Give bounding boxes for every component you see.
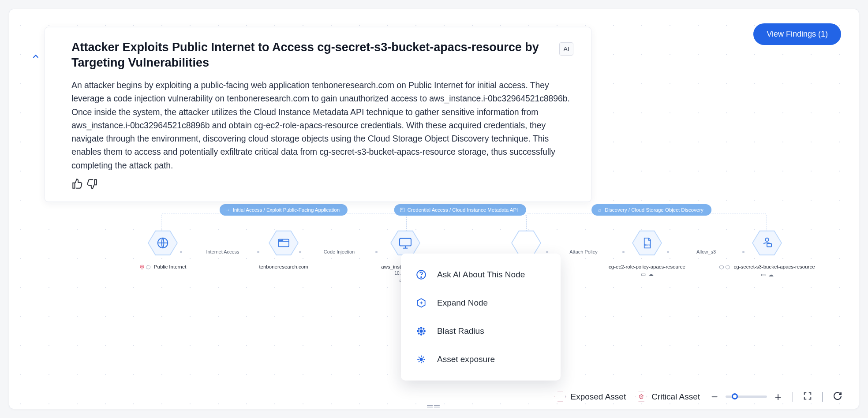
key-icon: ⚿ (400, 207, 405, 213)
hex-plus-icon (415, 297, 427, 309)
hex-exposed-icon (554, 392, 566, 402)
svg-point-24 (423, 333, 424, 334)
exposure-icon (415, 353, 427, 366)
svg-point-16 (420, 330, 422, 332)
edge-label: Internet Access (203, 249, 242, 254)
view-findings-button[interactable]: View Findings (1) (753, 23, 841, 45)
node-role[interactable] (486, 230, 566, 256)
ctx-label: Blast Radius (437, 326, 484, 336)
svg-point-21 (418, 328, 419, 329)
card-body: An attacker begins by exploiting a publi… (71, 78, 573, 172)
summary-card: Attacker Exploits Public Internet to Acc… (45, 27, 591, 202)
globe-icon (156, 236, 169, 250)
node-webapp[interactable]: tenboneresearch.com (244, 230, 323, 269)
fullscreen-button[interactable] (803, 391, 812, 402)
edge-label: Attach Policy (567, 249, 600, 254)
user-bucket-icon (760, 236, 774, 250)
svg-point-19 (421, 327, 422, 328)
hex-mini-icon (725, 265, 730, 270)
thumbs-down-icon[interactable] (86, 178, 98, 191)
edge-label: Allow_s3 (694, 249, 718, 254)
svg-point-1 (141, 266, 142, 267)
svg-text:aws: aws (644, 243, 650, 246)
svg-point-18 (424, 331, 425, 332)
arrow-in-icon: → (225, 207, 230, 213)
bracket-2 (406, 213, 526, 231)
bracket-1 (161, 213, 406, 231)
tactic-pill-initial-access[interactable]: → Initial Access / Exploit Public-Facing… (220, 204, 348, 216)
svg-point-25 (420, 358, 422, 360)
ctx-ask-ai[interactable]: Ask AI About This Node (401, 261, 561, 289)
ctx-label: Expand Node (437, 298, 488, 308)
svg-point-9 (765, 238, 769, 242)
ctx-blast-radius[interactable]: Blast Radius (401, 317, 561, 345)
svg-marker-2 (146, 265, 150, 269)
tactic-pill-discovery[interactable]: ⌕ Discovery / Cloud Storage Object Disco… (591, 204, 711, 216)
pill-label: Initial Access / Exploit Public-Facing A… (233, 207, 340, 213)
bracket-3 (526, 213, 767, 231)
divider (822, 392, 823, 402)
svg-point-5 (281, 240, 281, 240)
thumbs-up-icon[interactable] (71, 178, 83, 191)
diagram-footer: Exposed Asset Critical Asset − + (554, 391, 843, 403)
svg-rect-10 (767, 243, 771, 247)
blast-radius-icon (415, 325, 427, 337)
question-circle-icon (415, 269, 427, 281)
svg-point-4 (280, 240, 280, 240)
node-public-internet[interactable]: Public Internet (123, 230, 202, 270)
svg-point-20 (421, 334, 422, 335)
svg-point-23 (418, 333, 419, 334)
node-mini-icons: ▭☁ (761, 272, 774, 278)
legend-critical: Critical Asset (636, 392, 700, 402)
svg-point-17 (417, 331, 419, 332)
card-title: Attacker Exploits Public Internet to Acc… (71, 40, 550, 71)
svg-point-14 (421, 277, 422, 278)
node-policy[interactable]: aws cg-ec2-role-policy-apacs-resource ▭☁ (607, 230, 687, 277)
ai-badge: AI (559, 42, 573, 56)
zoom-in-button[interactable]: + (773, 391, 783, 403)
ctx-expand-node[interactable]: Expand Node (401, 289, 561, 317)
legend-exposed: Exposed Asset (554, 392, 626, 402)
node-s3-bucket[interactable]: cg-secret-s3-bucket-apacs-resource ▭☁ (727, 230, 807, 278)
hex-critical-icon (636, 392, 647, 402)
aws-file-icon: aws (640, 236, 654, 250)
tactic-pill-credential-access[interactable]: ⚿ Credential Access / Cloud Instance Met… (394, 204, 526, 216)
node-context-menu: Ask AI About This Node Expand Node Blast… (401, 254, 561, 381)
edge-label: Code Injection (321, 249, 357, 254)
node-mini-icons: ▭☁ (641, 271, 654, 277)
zoom-thumb[interactable] (732, 393, 738, 399)
svg-point-22 (423, 328, 424, 329)
resize-handle-icon[interactable]: ══ (425, 403, 443, 409)
browser-icon (277, 238, 290, 248)
svg-point-6 (282, 240, 283, 240)
ctx-label: Asset exposure (437, 355, 495, 364)
pill-label: Credential Access / Cloud Instance Metad… (408, 207, 518, 213)
ctx-asset-exposure[interactable]: Asset exposure (401, 345, 561, 373)
divider (793, 392, 793, 402)
search-icon: ⌕ (597, 207, 602, 213)
pill-label: Discovery / Cloud Storage Object Discove… (605, 207, 703, 213)
zoom-slider[interactable] (726, 396, 767, 398)
pin-icon (139, 265, 145, 270)
zoom-controls: − + (710, 391, 783, 403)
hex-mini-icon (719, 265, 724, 270)
svg-rect-7 (400, 239, 411, 246)
ctx-label: Ask AI About This Node (437, 270, 525, 280)
zoom-out-button[interactable]: − (710, 391, 719, 403)
monitor-icon (398, 237, 412, 249)
svg-marker-12 (726, 265, 730, 269)
collapse-chevron-icon[interactable] (31, 52, 41, 61)
refresh-button[interactable] (832, 391, 843, 403)
svg-marker-11 (720, 265, 724, 269)
attack-path-panel: View Findings (1) Attacker Exploits Publ… (9, 9, 859, 409)
hex-mini-icon (146, 265, 151, 270)
